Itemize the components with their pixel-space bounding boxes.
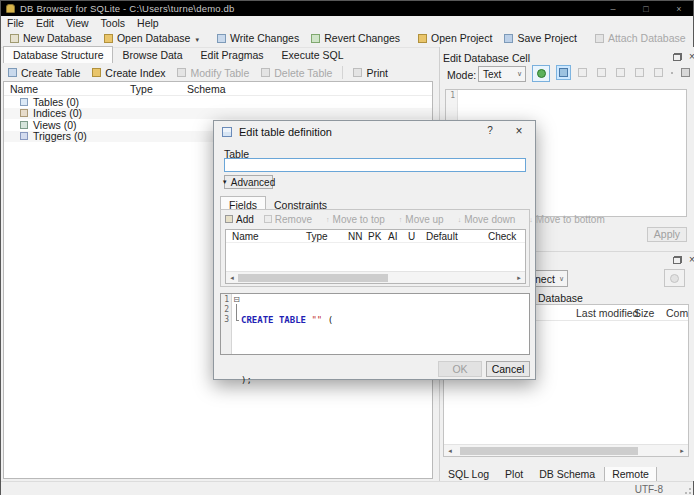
apply-button[interactable]: Apply: [647, 227, 687, 242]
move-top-label: Move to top: [333, 214, 385, 225]
column-header-schema[interactable]: Schema: [187, 83, 226, 95]
menu-file[interactable]: File: [1, 17, 30, 29]
open-project-button[interactable]: Open Project: [412, 30, 498, 46]
move-down-icon: ↓: [458, 216, 462, 223]
create-index-button[interactable]: Create Index: [87, 66, 170, 80]
delete-table-button[interactable]: Delete Table: [256, 66, 337, 80]
tab-edit-pragmas[interactable]: Edit Pragmas: [192, 47, 273, 63]
remote-connect-icon-button[interactable]: [664, 269, 685, 287]
scrollbar-thumb[interactable]: [460, 447, 638, 455]
column-header-name[interactable]: Name: [10, 83, 38, 95]
tab-execute-sql[interactable]: Execute SQL: [273, 47, 353, 63]
fields-grid-hscrollbar[interactable]: ◂ ▸: [226, 271, 525, 283]
column-header-u[interactable]: U: [408, 231, 415, 242]
move-to-bottom-button[interactable]: ↓ Move to bottom: [529, 214, 604, 225]
column-header-last-modified[interactable]: Last modified: [576, 307, 638, 319]
modify-table-button[interactable]: Modify Table: [172, 66, 254, 80]
dialog-title-bar[interactable]: Edit table definition ? ×: [214, 121, 535, 143]
help-icon[interactable]: ?: [483, 125, 497, 139]
column-header-size[interactable]: Size: [634, 307, 654, 319]
minimize-icon[interactable]: –: [607, 4, 619, 14]
edit-icon-button[interactable]: [575, 65, 590, 80]
print-button[interactable]: Print: [348, 66, 393, 80]
column-header-ai[interactable]: AI: [388, 231, 397, 242]
sql-string: "": [311, 315, 322, 325]
remove-field-button[interactable]: Remove: [264, 214, 312, 225]
index-icon: [20, 109, 28, 117]
write-changes-button[interactable]: Write Changes: [211, 30, 305, 46]
menu-edit[interactable]: Edit: [30, 17, 60, 29]
cancel-button[interactable]: Cancel: [486, 361, 530, 377]
float-panel-icon[interactable]: [673, 53, 682, 61]
tab-db-schema[interactable]: DB Schema: [532, 467, 602, 481]
dialog-close-icon[interactable]: ×: [511, 124, 527, 140]
tab-browse-data[interactable]: Browse Data: [113, 47, 191, 63]
add-field-button[interactable]: Add: [225, 214, 254, 225]
fold-guide-line: [236, 304, 237, 320]
float-panel-icon[interactable]: [673, 256, 682, 264]
tree-item-indices[interactable]: Indices (0): [4, 108, 432, 120]
open-database-button[interactable]: Open Database ▾: [98, 30, 205, 46]
export-file-icon-button[interactable]: [632, 65, 647, 80]
attach-database-button[interactable]: Attach Database: [589, 30, 692, 46]
close-icon[interactable]: ×: [673, 4, 685, 14]
menu-view[interactable]: View: [60, 17, 95, 29]
remove-label: Remove: [275, 214, 312, 225]
save-project-button[interactable]: Save Project: [498, 30, 583, 46]
scroll-left-icon[interactable]: ◂: [444, 445, 456, 456]
close-panel-icon[interactable]: ×: [689, 53, 694, 61]
fold-margin[interactable]: ⊟: [232, 294, 241, 354]
fold-marker-icon[interactable]: ⊟: [233, 295, 240, 304]
table-name-input[interactable]: [224, 158, 526, 172]
create-table-button[interactable]: Create Table: [3, 66, 85, 80]
move-up-label: Move up: [405, 214, 443, 225]
tree-item-label: Triggers (0): [33, 130, 87, 142]
column-header-nn[interactable]: NN: [348, 231, 362, 242]
remote-table-hscrollbar[interactable]: ◂ ▸: [444, 444, 688, 456]
mode-select-value: Text: [483, 69, 501, 80]
move-to-top-button[interactable]: ↑ Move to top: [326, 214, 385, 225]
column-header-default[interactable]: Default: [426, 231, 458, 242]
close-panel-icon[interactable]: ×: [689, 256, 694, 264]
move-down-button[interactable]: ↓ Move down: [458, 214, 516, 225]
scrollbar-thumb[interactable]: [238, 274, 388, 282]
tree-header: Name Type Schema: [4, 82, 432, 96]
revert-changes-button[interactable]: Revert Changes: [305, 30, 406, 46]
tab-database-structure[interactable]: Database Structure: [3, 46, 113, 63]
tab-remote[interactable]: Remote: [604, 467, 657, 482]
open-database-dropdown-icon[interactable]: ▾: [195, 36, 199, 44]
delete-table-icon: [261, 68, 270, 77]
column-header-pk[interactable]: PK: [368, 231, 381, 242]
column-header-name[interactable]: Name: [232, 231, 259, 242]
column-header-check[interactable]: Check: [488, 231, 516, 242]
advanced-toggle-button[interactable]: ▼ Advanced: [224, 175, 273, 189]
tree-item-tables[interactable]: Tables (0): [4, 96, 432, 108]
fullscreen-icon-button[interactable]: [651, 65, 666, 80]
mode-label: Mode:: [447, 69, 476, 81]
structure-toolbar: Create Table Create Index Modify Table D…: [3, 64, 393, 81]
menu-help[interactable]: Help: [131, 17, 165, 29]
column-header-type[interactable]: Type: [306, 231, 328, 242]
print-icon-button[interactable]: [678, 65, 693, 80]
auto-apply-button[interactable]: [532, 65, 550, 82]
new-database-button[interactable]: New Database: [4, 30, 98, 46]
move-up-button[interactable]: ↑ Move up: [399, 214, 444, 225]
maximize-icon[interactable]: □: [640, 4, 652, 14]
window-title: DB Browser for SQLite - C:\Users\turne\d…: [20, 3, 235, 14]
menu-tools[interactable]: Tools: [95, 17, 132, 29]
column-header-type[interactable]: Type: [130, 83, 153, 95]
import-file-icon-button[interactable]: [594, 65, 609, 80]
tab-plot[interactable]: Plot: [498, 467, 530, 481]
scroll-right-icon[interactable]: ▸: [676, 445, 688, 456]
column-header-commit[interactable]: Comm: [666, 307, 688, 319]
encoding-status[interactable]: UTF-8: [635, 484, 663, 495]
text-mode-icon-button[interactable]: [556, 65, 571, 80]
resize-grip[interactable]: [682, 485, 691, 494]
scroll-left-icon[interactable]: ◂: [226, 272, 238, 283]
ok-button[interactable]: OK: [438, 361, 482, 377]
open-url-icon-button[interactable]: [613, 65, 628, 80]
tab-sql-log[interactable]: SQL Log: [441, 467, 496, 481]
scroll-right-icon[interactable]: ▸: [513, 272, 525, 283]
mode-select[interactable]: Text ∨: [478, 66, 526, 82]
table-icon: [20, 98, 28, 106]
